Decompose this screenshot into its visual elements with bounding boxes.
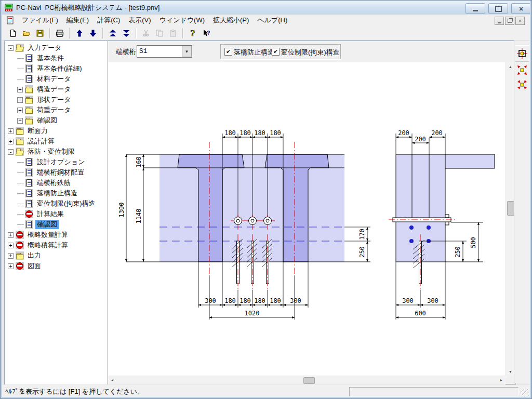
combo-label: 端横桁 <box>116 47 136 57</box>
save-button[interactable] <box>34 27 46 39</box>
svg-text:300: 300 <box>402 297 414 304</box>
scroll-right-button[interactable]: ► <box>497 376 506 384</box>
expand-icon[interactable]: + <box>8 263 14 269</box>
paste-button[interactable] <box>167 27 179 39</box>
tree-item[interactable]: +概略積算計算 <box>5 240 108 250</box>
expand-icon[interactable]: + <box>17 97 23 103</box>
menu-file[interactable]: ファイル(F) <box>18 15 62 26</box>
tree-item-label[interactable]: 計算結果 <box>35 209 65 219</box>
expand-icon[interactable]: + <box>17 108 23 113</box>
minimize-button[interactable] <box>466 3 485 14</box>
mdi-minimize-button[interactable] <box>495 17 504 25</box>
tree-item-label[interactable]: 確認図 <box>35 116 59 125</box>
tree-item[interactable]: -入力データ <box>5 43 108 53</box>
tree-item-label[interactable]: 断面力 <box>26 126 49 136</box>
tree-item-label[interactable]: 設計計算 <box>26 137 56 146</box>
print-button[interactable] <box>54 27 66 39</box>
tree-item[interactable]: +概略数量計算 <box>5 230 108 240</box>
tree-item[interactable]: +確認図 <box>5 115 108 126</box>
tree-item[interactable]: 確認図 <box>5 219 108 230</box>
tree-item-label[interactable]: 基本条件 <box>35 54 65 63</box>
vertical-scroll-thumb[interactable] <box>507 201 514 216</box>
tree-item-label[interactable]: 概略数量計算 <box>26 230 70 240</box>
expand-icon[interactable]: + <box>8 243 14 248</box>
expand-icon[interactable]: + <box>17 118 23 124</box>
menu-bar: ファイル(F) 編集(E) 計算(C) 表示(V) ウィンドウ(W) 拡大縮小(… <box>2 15 530 26</box>
zoom-expand-button[interactable] <box>515 63 529 77</box>
displacement-limit-checkbox[interactable]: ✔ <box>272 48 280 56</box>
svg-text:250: 250 <box>358 246 366 258</box>
girder-select[interactable]: S1 ▼ <box>137 45 192 58</box>
expand-icon[interactable]: + <box>8 232 14 238</box>
copy-button[interactable] <box>153 27 166 39</box>
expand-icon[interactable]: + <box>17 87 23 92</box>
tree-item[interactable]: 計算結果 <box>5 209 108 219</box>
unseating-prevention-checkbox[interactable]: ✔ <box>224 48 232 56</box>
tree-item[interactable]: 端横桁鉄筋 <box>5 178 108 188</box>
maximize-button[interactable] <box>488 3 508 14</box>
tree-item[interactable]: +断面力 <box>5 126 108 136</box>
collapse-icon[interactable]: - <box>8 45 14 51</box>
tree-item-label[interactable]: 形状データ <box>35 95 73 104</box>
horizontal-scroll-thumb[interactable] <box>303 377 315 384</box>
expand-icon[interactable]: + <box>8 253 14 259</box>
tree-item-label[interactable]: 図面 <box>26 261 43 271</box>
tree-item-label[interactable]: 荷重データ <box>35 105 73 115</box>
menu-view[interactable]: 表示(V) <box>124 15 155 26</box>
new-file-button[interactable] <box>7 27 19 39</box>
move-top-button[interactable] <box>107 27 119 39</box>
tree-item[interactable]: +構造データ <box>5 84 108 95</box>
expand-icon[interactable]: + <box>8 139 14 144</box>
close-button[interactable]: × <box>511 3 531 14</box>
menu-help[interactable]: ヘルプ(H) <box>253 15 291 26</box>
tree-item[interactable]: +図面 <box>5 261 108 271</box>
tree-item[interactable]: 端横桁鋼材配置 <box>5 167 108 178</box>
mdi-close-button[interactable]: × <box>515 17 525 25</box>
tree-item[interactable]: 変位制限(拘束)構造 <box>5 198 108 209</box>
tree-item[interactable]: +設計計算 <box>5 136 108 147</box>
drawing-canvas: 180 180 180 180 1300 160 1140 170 250 30… <box>108 62 506 376</box>
menu-edit[interactable]: 編集(E) <box>62 15 93 26</box>
tree-item-label[interactable]: 変位制限(拘束)構造 <box>35 199 97 208</box>
tree-item-label[interactable]: 基本条件(詳細) <box>35 64 84 73</box>
help-button[interactable]: ? <box>187 27 199 39</box>
context-help-button[interactable]: ? <box>200 27 212 39</box>
tree-item[interactable]: -落防・変位制限 <box>5 147 108 157</box>
fit-view-button[interactable] <box>515 47 529 60</box>
move-bottom-button[interactable] <box>120 27 132 39</box>
menu-window[interactable]: ウィンドウ(W) <box>155 15 209 26</box>
scroll-left-button[interactable]: ◄ <box>108 376 116 384</box>
tree-item-label[interactable]: 材料データ <box>35 74 73 84</box>
tree-item-label[interactable]: 入力データ <box>26 43 63 52</box>
zoom-shrink-button[interactable] <box>515 78 529 91</box>
tree-item[interactable]: 基本条件(詳細) <box>5 63 108 74</box>
open-file-button[interactable] <box>20 27 33 39</box>
mdi-restore-button[interactable] <box>505 17 514 25</box>
tree-item-label[interactable]: 出力 <box>26 251 43 260</box>
doc-icon <box>25 158 33 166</box>
tree-item-label[interactable]: 概略積算計算 <box>26 241 70 250</box>
tree-item[interactable]: 設計オプション <box>5 157 108 167</box>
tree-item[interactable]: +荷重データ <box>5 105 108 115</box>
move-up-button[interactable] <box>73 27 86 39</box>
tree-item-label[interactable]: 落防・変位制限 <box>26 147 76 156</box>
move-down-button[interactable] <box>87 27 99 39</box>
tree-item-label[interactable]: 端横桁鋼材配置 <box>35 168 86 177</box>
cut-button[interactable] <box>140 27 152 39</box>
tree-item-label[interactable]: 端横桁鉄筋 <box>35 178 72 188</box>
resize-grip[interactable] <box>522 389 529 396</box>
tree-item-label[interactable]: 落橋防止構造 <box>35 189 79 198</box>
tree-item-label[interactable]: 設計オプション <box>35 157 87 167</box>
menu-calc[interactable]: 計算(C) <box>93 15 124 26</box>
menu-zoom[interactable]: 拡大縮小(P) <box>209 15 253 26</box>
tree-item-label[interactable]: 構造データ <box>35 85 73 94</box>
tree-item[interactable]: +出力 <box>5 250 108 261</box>
tree-item[interactable]: 材料データ <box>5 74 108 84</box>
expand-icon[interactable]: + <box>8 128 14 134</box>
tree-item-label[interactable]: 確認図 <box>35 220 59 229</box>
tree-item[interactable]: 落橋防止構造 <box>5 188 108 198</box>
tree-item[interactable]: 基本条件 <box>5 53 108 63</box>
tree-item[interactable]: +形状データ <box>5 95 108 105</box>
chevron-down-icon[interactable]: ▼ <box>182 46 192 57</box>
collapse-icon[interactable]: - <box>8 149 14 155</box>
